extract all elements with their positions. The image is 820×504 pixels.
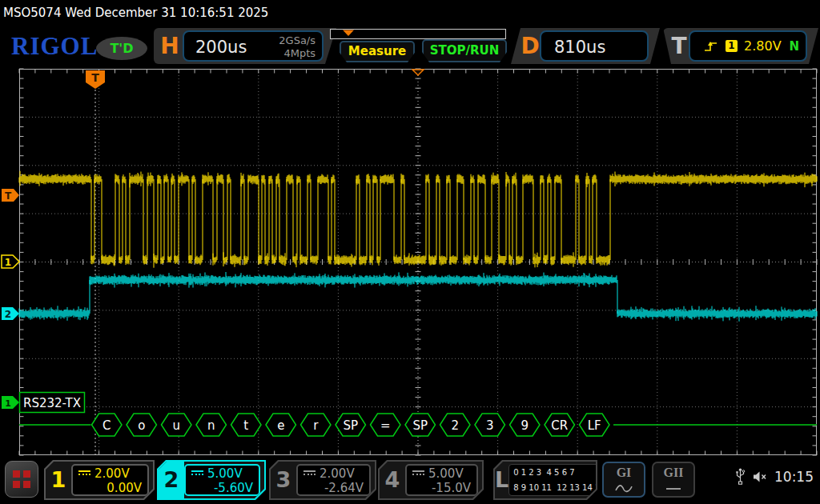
dc-coupling-icon (191, 470, 203, 477)
acquisition-info: 2GSa/s 4Mpts (279, 34, 316, 60)
decode-char: LF (588, 418, 601, 433)
decode-char: 2 (451, 418, 459, 433)
generator-2-block[interactable]: GII (652, 462, 695, 498)
trigger-panel[interactable]: T 1 2.80V N (663, 28, 818, 64)
decode-char: t (243, 418, 248, 433)
decode-char: n (207, 418, 215, 433)
trigger-position-marker[interactable]: T (86, 70, 105, 89)
channel-1-block[interactable]: 1 2.00V 0.00V (44, 460, 155, 500)
trigger-status-badge: T'D (96, 37, 147, 60)
delay-box: 810us (540, 30, 649, 62)
menu-button[interactable] (5, 461, 38, 498)
decode-char: C (102, 418, 111, 433)
dc-coupling-icon (303, 470, 316, 477)
edge-trigger-icon (703, 40, 719, 53)
dc-coupling-icon (412, 470, 424, 477)
channel-4-number: 4 (380, 462, 405, 498)
logic-row-0-7: 0 1 2 3 4 5 6 7 (513, 466, 605, 479)
waveform-overview-strip[interactable] (330, 29, 506, 39)
delay-label: D (519, 32, 541, 60)
channel-3-offset: -2.64V (303, 481, 364, 495)
channel-3-block[interactable]: 3 2.00V -2.64V (269, 460, 376, 500)
svg-text:2: 2 (5, 309, 11, 320)
horizontal-reference-icon (412, 70, 424, 75)
svg-text:1: 1 (5, 257, 11, 268)
channel-2-offset: -5.60V (191, 481, 253, 495)
rs232-decode-bus: CounterSP=SP239CRLF (19, 414, 817, 436)
ch2-ground-marker[interactable]: 2 (2, 307, 19, 320)
ch1-ground-marker[interactable]: 1 (2, 255, 19, 268)
timebase-value: 200us (195, 38, 247, 57)
bus-label: RS232-TX (23, 396, 81, 410)
measure-button[interactable]: Measure (340, 41, 415, 62)
dc-coupling-icon (78, 470, 90, 477)
generator-1-label: GI (604, 465, 644, 481)
svg-text:1: 1 (5, 398, 11, 409)
decode-char: SP (412, 418, 428, 433)
oscilloscope-screen: CounterSP=SP239CRLF RS232-TX T T 1 2 1 (0, 0, 820, 504)
timebase-box: 200us 2GSa/s 4Mpts (183, 30, 324, 62)
channel-4-scale: 5.00V (428, 466, 464, 481)
delay-value: 810us (554, 38, 605, 57)
decode-char: r (313, 418, 319, 433)
logic-row-8-15: 8 9 10 11 12 13 14 15 (513, 482, 605, 494)
decode-char: CR (551, 418, 568, 433)
usb-icon (735, 468, 746, 486)
channel-2-block[interactable]: 2 5.00V -5.60V (157, 460, 266, 500)
bus-position-marker[interactable]: 1 (2, 396, 19, 409)
channel-2-number: 2 (159, 462, 184, 498)
channel-status-bar: 1 2.00V 0.00V 2 5.00V -5.60V (0, 457, 820, 504)
trigger-source-badge: 1 (726, 40, 738, 52)
clock: 10:15 (774, 469, 814, 485)
waveform-display: CounterSP=SP239CRLF RS232-TX T T 1 2 1 (0, 0, 820, 504)
trigger-level-marker[interactable]: T (2, 189, 19, 202)
channel-1-scale: 2.00V (94, 466, 130, 481)
decode-char: SP (343, 418, 358, 433)
trigger-box: 1 2.80V N (689, 30, 807, 62)
channel-1-offset: 0.00V (78, 481, 142, 495)
generator-2-label: GII (653, 465, 693, 481)
channel-1-number: 1 (46, 462, 71, 498)
bus-label-box[interactable]: RS232-TX (20, 393, 85, 413)
header-bar: RIGOL T'D H 200us 2GSa/s 4Mpts Measure S… (0, 26, 820, 67)
svg-text:T: T (91, 71, 99, 84)
model-and-datetime: MSO5074 Wed December 31 10:16:51 2025 (0, 0, 820, 26)
channel-3-number: 3 (271, 462, 296, 498)
channel-3-scale: 2.00V (320, 466, 355, 481)
svg-text:T: T (5, 190, 12, 202)
trigger-level-value: 2.80V (744, 38, 782, 54)
decode-char: e (277, 418, 284, 433)
decode-char: 3 (486, 418, 494, 433)
decode-char: u (172, 418, 180, 433)
logic-channels-block[interactable]: L 0 1 2 3 4 5 6 7 8 9 10 11 12 13 14 15 (493, 460, 597, 500)
decode-char: o (138, 418, 145, 433)
sine-wave-icon (614, 483, 633, 493)
trigger-label: T (668, 32, 690, 60)
horizontal-panel[interactable]: H 200us 2GSa/s 4Mpts (154, 28, 336, 64)
speaker-muted-icon[interactable] (752, 470, 768, 483)
logic-label: L (495, 462, 508, 498)
channel-2-scale: 5.00V (207, 466, 243, 481)
sample-rate: 2GSa/s (279, 34, 316, 47)
rigol-logo: RIGOL (11, 32, 98, 61)
dc-line-icon (664, 483, 683, 493)
horizontal-label: H (159, 32, 181, 60)
trigger-sweep-mode: N (789, 39, 799, 54)
menu-grid-icon (13, 470, 30, 488)
delay-panel[interactable]: D 810us (511, 28, 660, 64)
memory-depth: 4Mpts (279, 47, 316, 60)
channel-4-offset: -15.0V (412, 481, 471, 495)
stop-run-button[interactable]: STOP/RUN (422, 39, 507, 62)
decode-char: = (380, 418, 391, 433)
generator-1-block[interactable]: GI (602, 462, 645, 498)
channel-4-block[interactable]: 4 5.00V -15.0V (378, 460, 484, 500)
decode-char: 9 (521, 418, 529, 433)
